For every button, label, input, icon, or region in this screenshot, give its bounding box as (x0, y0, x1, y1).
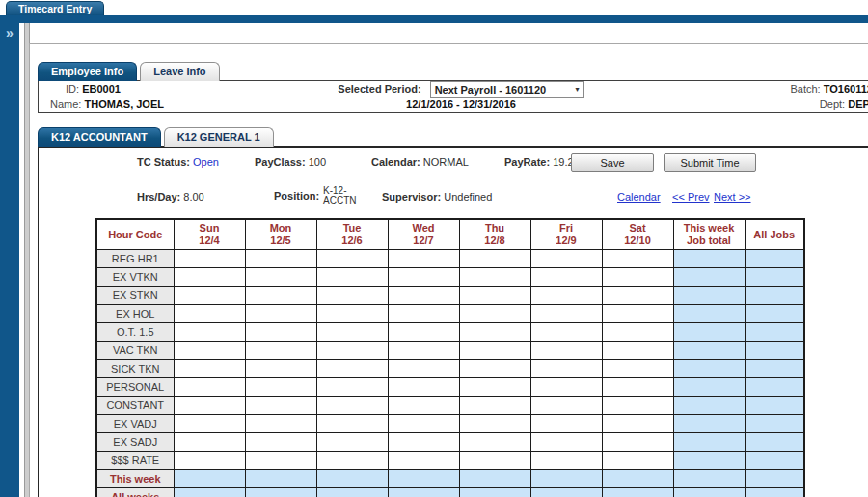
hour-code-label: EX HOL (96, 305, 174, 323)
time-entry-cell[interactable] (388, 268, 459, 287)
time-entry-cell[interactable] (459, 305, 530, 323)
time-entry-cell[interactable] (174, 415, 245, 433)
time-entry-cell[interactable] (602, 287, 673, 305)
time-entry-cell[interactable] (316, 305, 388, 323)
time-entry-cell[interactable] (316, 360, 388, 378)
name-label: Name: (50, 98, 81, 110)
time-entry-cell[interactable] (388, 378, 459, 397)
tab-k12-general-1[interactable]: K12 GENERAL 1 (164, 127, 274, 147)
time-entry-cell[interactable] (388, 397, 459, 415)
next-link[interactable]: Next >> (714, 191, 751, 203)
time-entry-cell[interactable] (388, 287, 459, 305)
time-entry-cell[interactable] (174, 250, 245, 268)
calendar-link[interactable]: Calendar (617, 191, 661, 203)
time-entry-cell[interactable] (602, 452, 673, 470)
time-entry-cell[interactable] (388, 415, 459, 433)
tab-timecard-entry[interactable]: Timecard Entry (6, 1, 104, 15)
time-entry-cell[interactable] (245, 250, 316, 268)
time-entry-cell[interactable] (174, 397, 245, 415)
time-entry-cell[interactable] (530, 360, 602, 378)
time-entry-cell[interactable] (602, 433, 673, 452)
time-entry-cell[interactable] (245, 415, 316, 433)
time-entry-cell[interactable] (174, 433, 245, 452)
time-entry-cell[interactable] (245, 287, 316, 305)
tc-status-label: TC Status: (137, 156, 190, 168)
time-entry-cell[interactable] (602, 268, 673, 287)
tab-k12-accountant[interactable]: K12 ACCOUNTANT (38, 127, 161, 147)
time-entry-cell[interactable] (530, 287, 602, 305)
batch-label: Batch: (790, 83, 820, 95)
time-entry-cell[interactable] (459, 342, 530, 360)
time-entry-cell[interactable] (602, 360, 673, 378)
time-entry-cell[interactable] (602, 342, 673, 360)
time-entry-cell[interactable] (245, 268, 316, 287)
time-entry-cell[interactable] (245, 397, 316, 415)
time-entry-cell[interactable] (316, 433, 388, 452)
time-entry-cell[interactable] (602, 305, 673, 323)
time-entry-cell[interactable] (388, 452, 459, 470)
payclass-value: 100 (309, 156, 326, 168)
tab-leave-info[interactable]: Leave Info (140, 62, 219, 81)
time-entry-cell[interactable] (459, 452, 530, 470)
tab-employee-info[interactable]: Employee Info (38, 62, 137, 81)
time-entry-cell[interactable] (316, 397, 388, 415)
time-entry-cell[interactable] (459, 250, 530, 268)
time-entry-cell[interactable] (388, 323, 459, 342)
time-entry-cell[interactable] (530, 305, 602, 323)
time-entry-cell[interactable] (316, 415, 388, 433)
time-entry-cell[interactable] (459, 360, 530, 378)
save-button[interactable]: Save (571, 153, 654, 172)
time-entry-cell[interactable] (459, 433, 530, 452)
time-entry-cell[interactable] (388, 342, 459, 360)
time-entry-cell[interactable] (245, 342, 316, 360)
time-entry-cell[interactable] (245, 323, 316, 342)
time-entry-cell[interactable] (530, 378, 602, 397)
time-entry-cell[interactable] (459, 287, 530, 305)
time-entry-cell[interactable] (388, 433, 459, 452)
time-entry-cell[interactable] (388, 360, 459, 378)
time-entry-cell[interactable] (530, 452, 602, 470)
time-entry-cell[interactable] (245, 452, 316, 470)
time-entry-cell[interactable] (316, 323, 388, 342)
submit-time-button[interactable]: Submit Time (664, 153, 756, 172)
time-entry-cell[interactable] (174, 342, 245, 360)
time-entry-cell[interactable] (459, 415, 530, 433)
time-entry-cell[interactable] (530, 415, 602, 433)
time-entry-cell[interactable] (602, 378, 673, 397)
time-entry-cell[interactable] (459, 268, 530, 287)
time-entry-cell[interactable] (530, 397, 602, 415)
time-entry-cell[interactable] (388, 250, 459, 268)
time-entry-cell[interactable] (245, 360, 316, 378)
time-entry-cell[interactable] (174, 268, 245, 287)
time-entry-cell[interactable] (388, 305, 459, 323)
time-entry-cell[interactable] (316, 452, 388, 470)
time-entry-cell[interactable] (602, 250, 673, 268)
time-entry-cell[interactable] (316, 287, 388, 305)
time-entry-cell[interactable] (174, 305, 245, 323)
time-entry-cell[interactable] (174, 360, 245, 378)
time-entry-cell[interactable] (459, 323, 530, 342)
time-entry-cell[interactable] (602, 323, 673, 342)
time-entry-cell[interactable] (174, 323, 245, 342)
time-entry-cell[interactable] (174, 287, 245, 305)
time-entry-cell[interactable] (316, 268, 388, 287)
time-entry-cell[interactable] (245, 378, 316, 397)
time-entry-cell[interactable] (316, 250, 388, 268)
time-entry-cell[interactable] (530, 250, 602, 268)
time-entry-cell[interactable] (459, 397, 530, 415)
expand-sidebar-icon[interactable]: » (0, 25, 19, 41)
time-entry-cell[interactable] (174, 378, 245, 397)
time-entry-cell[interactable] (245, 305, 316, 323)
time-entry-cell[interactable] (316, 378, 388, 397)
time-entry-cell[interactable] (602, 397, 673, 415)
time-entry-cell[interactable] (530, 342, 602, 360)
time-entry-cell[interactable] (174, 452, 245, 470)
prev-link[interactable]: << Prev (672, 191, 710, 203)
time-entry-cell[interactable] (245, 433, 316, 452)
time-entry-cell[interactable] (316, 342, 388, 360)
time-entry-cell[interactable] (459, 378, 530, 397)
time-entry-cell[interactable] (602, 415, 673, 433)
time-entry-cell[interactable] (530, 433, 602, 452)
time-entry-cell[interactable] (530, 323, 602, 342)
time-entry-cell[interactable] (530, 268, 602, 287)
